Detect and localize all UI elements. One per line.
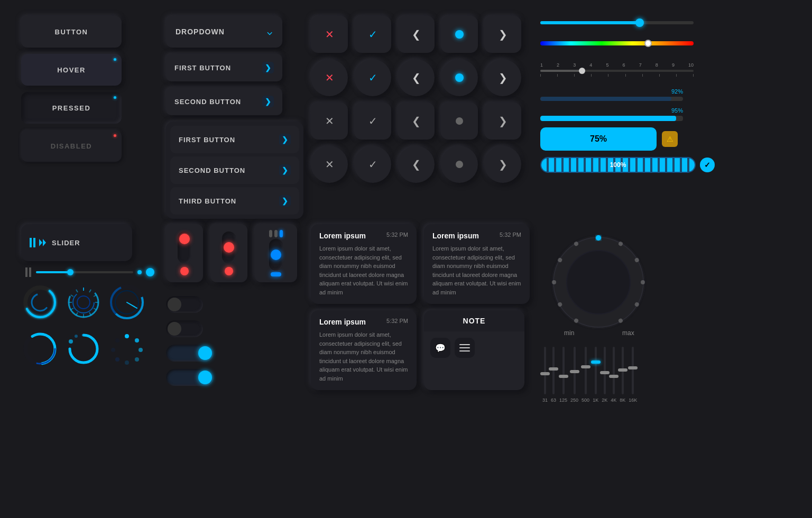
eq-knob[interactable] <box>628 366 638 369</box>
pressed-dot <box>114 96 116 99</box>
htoggle-on[interactable] <box>166 345 214 362</box>
button-label: BUTTON <box>55 28 88 36</box>
button-normal[interactable]: BUTTON <box>21 16 122 48</box>
eq-track <box>595 347 597 394</box>
icon-chevron-left-circle[interactable]: ❮ <box>398 59 435 96</box>
eq-knob[interactable] <box>618 368 628 372</box>
htoggle-on2[interactable] <box>166 369 214 386</box>
eq-knob[interactable] <box>581 365 590 368</box>
htoggle-off2[interactable] <box>166 320 203 337</box>
icon-chevron-right-muted[interactable]: ❯ <box>484 103 521 140</box>
svg-point-40 <box>135 357 139 362</box>
col-icons-cards: ✕ ✓ ❮ ❯ ✕ ✓ ❮ ❯ ✕ ✓ ❮ ❯ <box>311 16 533 219</box>
arrow-right-icon: ❯ <box>262 96 274 107</box>
slider-knob[interactable] <box>67 269 73 275</box>
eq-label: 125 <box>559 397 567 403</box>
eq-knob[interactable] <box>570 370 579 373</box>
svg-point-42 <box>115 357 119 362</box>
icon-chevron-left-circle-muted[interactable]: ❮ <box>398 146 435 183</box>
forward-icon[interactable] <box>39 239 47 246</box>
button-pressed[interactable]: PRESSED <box>21 92 122 124</box>
icon-chevron-right-circle[interactable]: ❯ <box>484 59 521 96</box>
vtoggle-red-mid[interactable] <box>210 224 247 282</box>
htoggle-knob <box>198 371 212 384</box>
icon-grid-row1: ✕ ✓ ❮ ❯ <box>311 16 533 53</box>
icon-check-circle[interactable]: ✓ <box>354 59 391 96</box>
loader-3 <box>108 283 146 323</box>
range-knob[interactable] <box>635 18 644 27</box>
eq-label: 63 <box>551 397 556 403</box>
progress-92: 92% <box>540 88 683 101</box>
eq-knob[interactable] <box>540 372 550 375</box>
card-3-header: Lorem ipsum 5:32 PM <box>319 318 408 326</box>
loaders-row1 <box>21 283 159 323</box>
progress-95-track <box>540 116 683 121</box>
group-third-button[interactable]: THIRD BUTTON ❯ <box>170 187 299 215</box>
arrow-right-icon: ❯ <box>279 195 291 207</box>
eq-track <box>562 347 565 394</box>
icon-check-muted[interactable]: ✓ <box>354 103 391 140</box>
icon-grid-row3: ✕ ✓ ❮ ❯ <box>311 103 533 140</box>
tick-knob[interactable] <box>579 68 585 74</box>
icon-x-circle[interactable]: ✕ <box>311 59 348 96</box>
first-button-label: FIRST BUTTON <box>174 64 231 72</box>
list-button-second[interactable]: SECOND BUTTON ❯ <box>166 88 282 115</box>
slider-track[interactable] <box>36 271 133 273</box>
progress-95-label: 95% <box>540 107 683 114</box>
button-hover[interactable]: HOVER <box>21 54 122 86</box>
htoggle-off[interactable] <box>166 296 203 313</box>
eq-knob[interactable] <box>591 360 601 364</box>
second-button-label: SECOND BUTTON <box>174 98 241 106</box>
icon-x-filled[interactable]: ✕ <box>311 16 348 53</box>
icon-dot-1[interactable] <box>441 16 478 53</box>
eq-col-500: 500 <box>582 347 589 403</box>
check-icon: ✓ <box>368 158 377 171</box>
svg-point-36 <box>81 334 84 336</box>
eq-track <box>622 347 624 394</box>
grouped-list: FIRST BUTTON ❯ SECOND BUTTON ❯ THIRD BUT… <box>166 122 303 219</box>
icon-dot-circle[interactable] <box>441 59 478 96</box>
icon-chevron-right-circle-muted[interactable]: ❯ <box>484 146 521 183</box>
group-first-button[interactable]: FIRST BUTTON ❯ <box>170 126 299 153</box>
icon-dot-circle-muted[interactable] <box>441 146 478 183</box>
rainbow-knob[interactable] <box>644 40 652 47</box>
icon-x-circle-muted[interactable]: ✕ <box>311 146 348 183</box>
range-track <box>540 21 694 24</box>
button-disabled: DISABLED <box>21 130 122 162</box>
eq-knob[interactable] <box>600 371 610 374</box>
card-2-time: 5:32 PM <box>500 232 521 240</box>
slider-label: SLIDER <box>52 239 80 247</box>
dropdown[interactable]: DROPDOWN ⌵ <box>166 16 282 48</box>
group-second-button[interactable]: SECOND BUTTON ❯ <box>170 156 299 184</box>
eq-knob[interactable] <box>549 367 558 371</box>
play-controls <box>30 238 47 247</box>
icon-check-filled[interactable]: ✓ <box>354 16 391 53</box>
eq-knob[interactable] <box>559 375 568 378</box>
seg-ind <box>269 230 272 237</box>
icon-chevron-right-1[interactable]: ❯ <box>484 16 521 53</box>
note-header: NOTE <box>424 310 524 331</box>
eq-col-8k: 8K <box>620 347 625 403</box>
icon-dot-muted[interactable] <box>441 103 478 140</box>
svg-rect-5 <box>29 267 31 277</box>
disabled-label: DISABLED <box>51 142 92 150</box>
vtoggle-red-top[interactable] <box>166 224 203 282</box>
pause-icon[interactable] <box>30 238 36 247</box>
tick-track <box>540 70 694 72</box>
arrow-right-icon: ❯ <box>279 164 291 176</box>
vtoggle-knob <box>224 242 234 253</box>
eq-knob[interactable] <box>609 375 619 378</box>
icon-chevron-left-muted[interactable]: ❮ <box>398 103 435 140</box>
note-widget: NOTE 💬 <box>424 310 524 390</box>
icon-chevron-left-1[interactable]: ❮ <box>398 16 435 53</box>
svg-point-51 <box>552 280 556 284</box>
note-lines-icon[interactable] <box>455 338 475 358</box>
progress-95-fill <box>540 116 676 121</box>
eq-col-250: 250 <box>570 347 578 403</box>
note-text-icon[interactable]: 💬 <box>430 338 450 358</box>
icon-check-circle-muted[interactable]: ✓ <box>354 146 391 183</box>
eq-label: 2K <box>602 397 607 403</box>
vtoggle-blue-seg[interactable] <box>255 224 297 282</box>
list-button-first[interactable]: FIRST BUTTON ❯ <box>166 54 282 81</box>
icon-x-muted[interactable]: ✕ <box>311 103 348 140</box>
